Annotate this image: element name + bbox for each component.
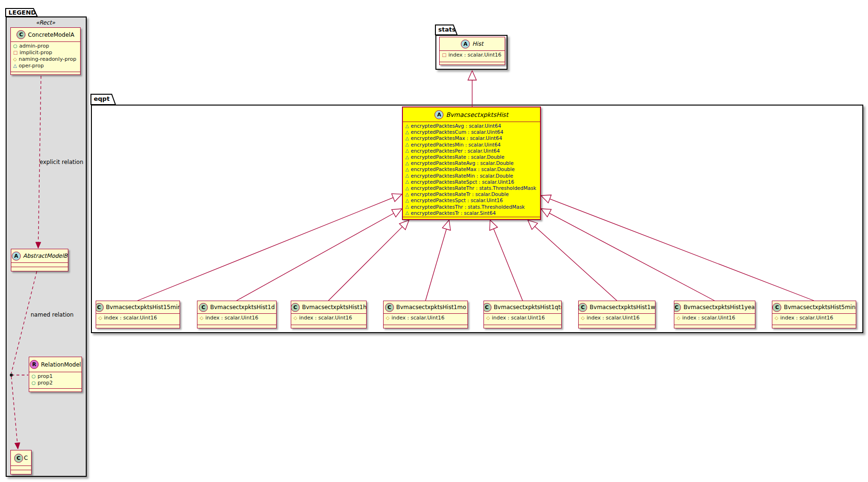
attribute-row: △encryptedPacktesRate : scalar.Double bbox=[405, 154, 538, 160]
class-title: R RelationModel bbox=[29, 357, 82, 372]
class-letter-icon: C bbox=[16, 30, 25, 39]
visibility-diamond-icon: ◇ bbox=[677, 316, 680, 320]
uml-class-diagram: LEGEND stats eqpt «Rect» explicit relati… bbox=[0, 0, 868, 482]
dependency-line bbox=[11, 376, 18, 447]
visibility-triangle-icon: △ bbox=[405, 198, 409, 203]
attribute-row: △encryptedPacktesRateSpct : scalar.Uint1… bbox=[405, 179, 538, 185]
class-name: BvmacsectxpktsHist1qtr bbox=[494, 304, 561, 310]
attribute-compartment: ○prop1○prop2 bbox=[29, 372, 82, 388]
visibility-triangle-icon: △ bbox=[405, 136, 409, 141]
attribute-compartment: ◇index : scalar.Uint16 bbox=[96, 313, 180, 325]
attribute-row: ◇naming-readonly-prop bbox=[13, 56, 78, 63]
attribute-text: index : scalar.Uint16 bbox=[392, 315, 445, 321]
attribute-text: prop2 bbox=[38, 380, 53, 386]
visibility-triangle-icon: △ bbox=[405, 148, 409, 153]
visibility-diamond-icon: ◇ bbox=[486, 316, 490, 320]
visibility-diamond-icon: ◇ bbox=[581, 316, 585, 320]
attribute-row: △encryptedPacktesAvg : scalar.Uint64 bbox=[405, 123, 538, 129]
class-title: C ConcreteModelA bbox=[11, 28, 80, 41]
attribute-text: encryptedPacktesRateTr : scalar.Double bbox=[411, 191, 509, 197]
legend-package-tab: LEGEND bbox=[8, 9, 36, 16]
visibility-diamond-icon: ◇ bbox=[775, 316, 778, 320]
attribute-row: ◇index : scalar.Uint16 bbox=[200, 315, 274, 321]
explicit-relation-label: explicit relation bbox=[40, 159, 83, 165]
attribute-row: ○prop1 bbox=[32, 373, 80, 380]
generalization-arrowhead bbox=[442, 220, 450, 230]
attribute-text: encryptedPacktesCum : scalar.Uint64 bbox=[411, 129, 503, 135]
generalization-arrowhead bbox=[541, 195, 551, 203]
attribute-text: encryptedPacktesTr : scalar.Sint64 bbox=[411, 210, 496, 216]
class-name: BvmacsectxpktsHist bbox=[446, 111, 508, 118]
class-name: C bbox=[24, 455, 28, 461]
empty-method-compartment bbox=[674, 325, 755, 328]
attribute-row: △encryptedPacktesCum : scalar.Uint64 bbox=[405, 129, 538, 135]
attribute-compartment: ◇index : scalar.Uint16 bbox=[772, 313, 856, 325]
generalization-arrowhead bbox=[392, 209, 402, 217]
attribute-compartment: ◇index : scalar.Uint16 bbox=[484, 313, 561, 325]
generalization-line bbox=[549, 213, 714, 301]
visibility-triangle-icon: △ bbox=[405, 155, 409, 160]
visibility-diamond-icon: ◇ bbox=[386, 316, 390, 320]
attribute-row: △encryptedPacktesPer : scalar.Uint64 bbox=[405, 148, 538, 154]
class-letter-icon: A bbox=[12, 252, 21, 261]
empty-method-compartment bbox=[197, 325, 276, 328]
attribute-row: ○prop2 bbox=[32, 380, 80, 386]
class-title: C BvmacsectxpktsHist1d bbox=[197, 301, 276, 313]
generalization-arrowhead bbox=[490, 220, 498, 230]
attribute-row: △encryptedPacktesMin : scalar.Uint64 bbox=[405, 142, 538, 148]
attribute-text: encryptedPacktesMax : scalar.Uint64 bbox=[411, 135, 502, 141]
class-name: BvmacsectxpktsHist15min bbox=[106, 304, 180, 310]
generalization-line bbox=[550, 199, 814, 301]
class-bvmacsectxpktshist: A BvmacsectxpktsHist △encryptedPacktesAv… bbox=[402, 106, 541, 220]
attribute-text: prop1 bbox=[38, 373, 53, 380]
class-letter-icon: C bbox=[385, 303, 394, 312]
generalization-line bbox=[237, 213, 394, 301]
visibility-triangle-icon: △ bbox=[405, 192, 409, 197]
class-title: A AbstractModelB bbox=[11, 249, 68, 262]
class-name: BvmacsectxpktsHist1h bbox=[302, 304, 366, 310]
class-bvmacsectxpktshist1qtr: C BvmacsectxpktsHist1qtr ◇index : scalar… bbox=[483, 301, 562, 328]
attribute-row: □index : scalar.Uint16 bbox=[442, 52, 503, 58]
class-title: C BvmacsectxpktsHist1h bbox=[291, 301, 366, 313]
attribute-text: encryptedPacktesRate : scalar.Double bbox=[411, 154, 505, 160]
connector-layer bbox=[0, 0, 868, 482]
attribute-text: index : scalar.Uint16 bbox=[205, 315, 259, 321]
class-bvmacsectxpktshist1mo: C BvmacsectxpktsHist1mo ◇index : scalar.… bbox=[383, 301, 468, 328]
empty-method-compartment bbox=[11, 470, 31, 474]
attribute-row: △encryptedPacktesRateThr : stats.Thresho… bbox=[405, 185, 538, 191]
attribute-row: ◇index : scalar.Uint16 bbox=[294, 315, 364, 321]
attribute-compartment: ◇index : scalar.Uint16 bbox=[384, 313, 467, 325]
class-c: C C bbox=[10, 450, 32, 474]
generalization-line bbox=[328, 227, 402, 301]
attribute-text: admin-prop bbox=[19, 43, 49, 49]
attribute-text: encryptedPacktesMin : scalar.Uint64 bbox=[411, 142, 501, 148]
class-title: A Hist bbox=[440, 37, 505, 50]
attribute-text: index : scalar.Uint16 bbox=[492, 315, 545, 321]
empty-method-compartment bbox=[29, 388, 82, 392]
class-letter-icon: C bbox=[772, 303, 781, 312]
class-bvmacsectxpktshist5min: C BvmacsectxpktsHist5min ◇index : scalar… bbox=[772, 301, 856, 328]
generalization-line bbox=[426, 229, 446, 301]
visibility-square-icon: □ bbox=[13, 50, 17, 55]
empty-method-compartment bbox=[291, 325, 366, 328]
visibility-triangle-icon: △ bbox=[405, 204, 409, 209]
named-relation-label: named relation bbox=[31, 311, 74, 318]
eqpt-package-tab: eqpt bbox=[94, 95, 110, 102]
empty-method-compartment bbox=[11, 72, 80, 74]
class-title: C C bbox=[11, 450, 31, 466]
attribute-row: △encryptedPacktesTr : scalar.Sint64 bbox=[405, 210, 538, 216]
visibility-diamond-icon: ◇ bbox=[13, 57, 17, 62]
attribute-text: encryptedPacktesPer : scalar.Uint64 bbox=[411, 148, 500, 154]
empty-attribute-compartment bbox=[11, 262, 68, 267]
class-bvmacsectxpktshist1w: C BvmacsectxpktsHist1w ◇index : scalar.U… bbox=[578, 301, 655, 328]
attribute-compartment: ○admin-prop□implicit-prop◇naming-readonl… bbox=[11, 41, 80, 72]
empty-method-compartment bbox=[384, 325, 467, 328]
class-hist: A Hist □index : scalar.Uint16 bbox=[439, 37, 505, 65]
attribute-text: index : scalar.Uint16 bbox=[587, 315, 640, 321]
attribute-row: △encryptedPacktesThr : stats.Thresholded… bbox=[405, 204, 538, 210]
attribute-row: ◇index : scalar.Uint16 bbox=[98, 315, 178, 321]
class-title: C BvmacsectxpktsHist15min bbox=[96, 301, 180, 313]
class-title: A BvmacsectxpktsHist bbox=[403, 107, 540, 122]
attribute-row: △encryptedPacktesRateTr : scalar.Double bbox=[405, 191, 538, 197]
visibility-triangle-icon: △ bbox=[405, 130, 409, 135]
